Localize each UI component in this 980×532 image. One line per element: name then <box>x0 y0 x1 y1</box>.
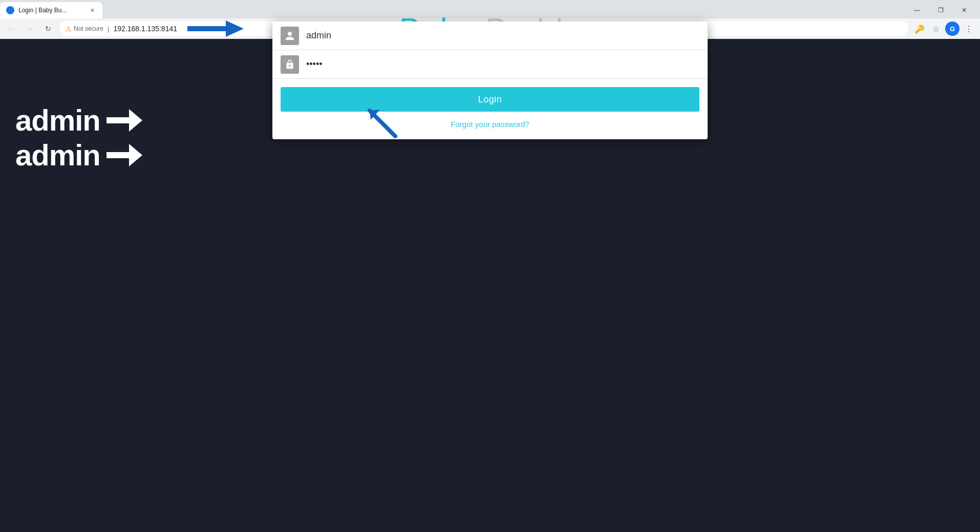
lock-icon <box>281 55 299 74</box>
window-controls: — ❐ ✕ <box>905 1 980 19</box>
back-button[interactable]: ← <box>4 22 18 36</box>
bookmark-icon[interactable]: ☆ <box>929 22 943 36</box>
not-secure-indicator: ⚠ Not secure <box>66 25 103 33</box>
restore-button[interactable]: ❐ <box>929 1 952 19</box>
active-tab[interactable]: Login | Baby Bu... ✕ <box>0 2 102 18</box>
username-input[interactable] <box>306 22 699 50</box>
password-hint-arrow <box>106 144 142 166</box>
svg-marker-6 <box>129 144 142 166</box>
toolbar-icons: 🔑 ☆ G ⋮ <box>912 22 976 36</box>
username-hint-text: admin <box>15 105 100 135</box>
svg-point-0 <box>8 8 13 13</box>
password-hint-row: admin <box>15 140 142 170</box>
menu-icon[interactable]: ⋮ <box>962 22 976 36</box>
url-text: 192.168.1.135:8141 <box>113 25 177 33</box>
address-arrow-annotation <box>187 20 244 37</box>
url-separator: | <box>108 25 109 33</box>
login-button[interactable]: Login <box>281 87 699 112</box>
profile-avatar[interactable]: G <box>945 22 960 36</box>
password-input[interactable] <box>306 50 699 78</box>
tab-title: Login | Baby Bu... <box>18 7 84 14</box>
reload-button[interactable]: ↻ <box>41 22 55 36</box>
not-secure-label: Not secure <box>74 25 103 32</box>
username-hint-row: admin <box>15 105 142 135</box>
username-hint-arrow <box>106 109 142 132</box>
tab-close-button[interactable]: ✕ <box>88 6 96 14</box>
svg-marker-4 <box>129 109 142 132</box>
svg-rect-1 <box>187 26 226 31</box>
svg-rect-3 <box>106 117 129 123</box>
credential-hints: admin admin <box>15 105 142 170</box>
minimize-button[interactable]: — <box>905 1 929 19</box>
login-card: Login Forgot your password? <box>272 22 708 139</box>
login-button-arrow <box>365 105 400 139</box>
forgot-password-link[interactable]: Forgot your password? <box>451 120 529 129</box>
svg-rect-5 <box>106 152 129 158</box>
close-button[interactable]: ✕ <box>952 1 976 19</box>
tab-favicon <box>6 6 14 14</box>
password-hint-text: admin <box>15 140 100 170</box>
forward-button[interactable]: → <box>23 22 37 36</box>
forgot-password-row: Forgot your password? <box>272 120 708 139</box>
username-field-group <box>272 22 708 50</box>
page-content: Baby Buddy admin admin <box>0 39 980 532</box>
user-icon <box>281 27 299 45</box>
warning-icon: ⚠ <box>66 25 72 33</box>
key-icon[interactable]: 🔑 <box>912 22 927 36</box>
password-field-group <box>272 50 708 79</box>
svg-marker-2 <box>226 20 244 37</box>
